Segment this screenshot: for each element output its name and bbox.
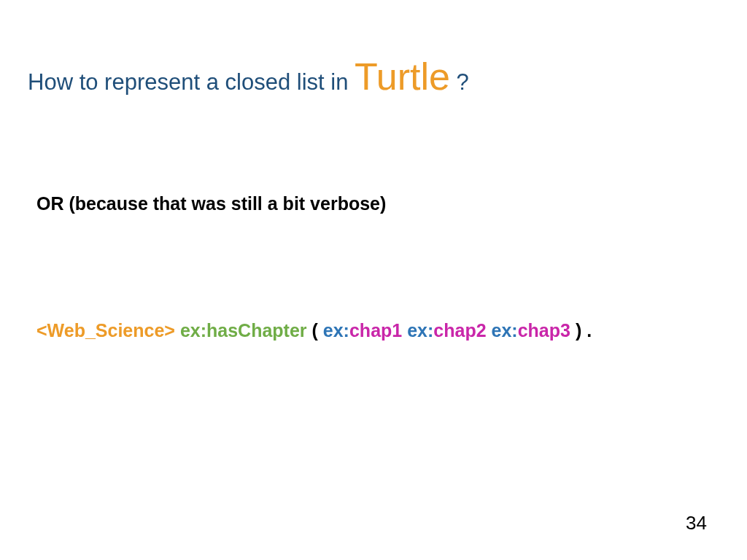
code-predicate-name: hasChapter bbox=[206, 320, 307, 341]
code-terminator: . bbox=[587, 320, 592, 341]
slide-container: How to represent a closed list in Turtle… bbox=[0, 0, 747, 560]
title-text-part1: How to represent a closed list in bbox=[28, 69, 355, 95]
code-obj1-name: chap1 bbox=[349, 320, 402, 341]
code-obj3-name: chap3 bbox=[518, 320, 570, 341]
code-example: <Web_Science> ex:hasChapter ( ex:chap1 e… bbox=[36, 320, 719, 341]
code-predicate-prefix: ex: bbox=[180, 320, 206, 341]
code-obj3-prefix: ex: bbox=[492, 320, 518, 341]
title-text-part2: ? bbox=[450, 69, 469, 95]
code-open-paren: ( bbox=[312, 320, 318, 341]
code-subject: <Web_Science> bbox=[36, 320, 175, 341]
code-close-paren: ) bbox=[576, 320, 581, 341]
slide-title: How to represent a closed list in Turtle… bbox=[28, 55, 719, 98]
code-obj2-name: chap2 bbox=[433, 320, 486, 341]
code-obj2-prefix: ex: bbox=[407, 320, 433, 341]
page-number: 34 bbox=[686, 512, 707, 534]
subtitle-text: OR (because that was still a bit verbose… bbox=[36, 193, 719, 214]
title-emphasis: Turtle bbox=[355, 55, 450, 98]
code-obj1-prefix: ex: bbox=[323, 320, 349, 341]
